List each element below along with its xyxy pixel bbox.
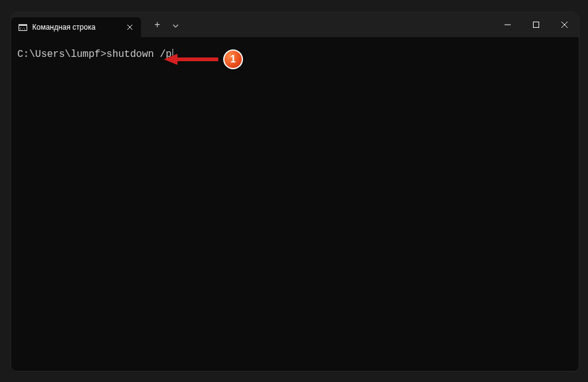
terminal-window: C:\ Командная строка + <box>11 12 579 371</box>
tab-dropdown-button[interactable] <box>169 19 182 30</box>
close-window-button[interactable] <box>550 15 579 35</box>
maximize-button[interactable] <box>522 15 550 35</box>
terminal-line: C:\Users\lumpf>shutdown /p <box>17 48 573 61</box>
active-tab[interactable]: C:\ Командная строка <box>11 17 141 37</box>
cursor <box>173 49 173 60</box>
prompt: C:\Users\lumpf> <box>17 48 106 61</box>
svg-text:C:\: C:\ <box>20 26 25 30</box>
titlebar: C:\ Командная строка + <box>11 12 579 37</box>
terminal-body[interactable]: C:\Users\lumpf>shutdown /p <box>11 37 579 371</box>
cmd-icon: C:\ <box>19 24 27 31</box>
svg-rect-7 <box>534 22 539 28</box>
close-tab-button[interactable] <box>125 22 135 32</box>
window-controls <box>493 12 579 37</box>
new-tab-button[interactable]: + <box>150 20 164 30</box>
minimize-button[interactable] <box>493 15 522 35</box>
tab-title: Командная строка <box>32 23 95 32</box>
command-input: shutdown /p <box>106 48 172 61</box>
